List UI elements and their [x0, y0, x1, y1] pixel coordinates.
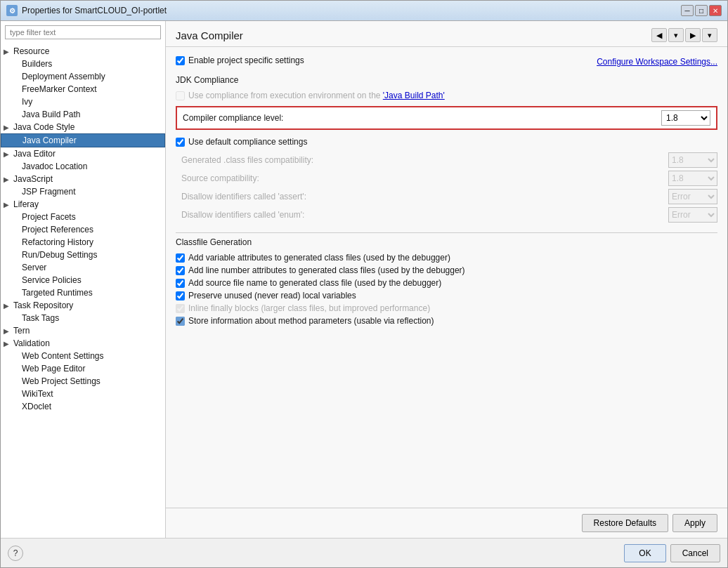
- sidebar-item-wikitext[interactable]: WikiText: [1, 388, 165, 400]
- sidebar-item-label-java-compiler: Java Compiler: [22, 136, 77, 145]
- sidebar-item-targeted-runtimes[interactable]: Targeted Runtimes: [1, 286, 165, 299]
- sidebar-item-label-web-project-settings: Web Project Settings: [22, 376, 100, 386]
- sidebar-item-web-content-settings[interactable]: Web Content Settings: [1, 350, 165, 362]
- sidebar-item-label-java-editor: Java Editor: [13, 149, 56, 159]
- ok-button[interactable]: OK: [624, 544, 665, 562]
- cb3-checkbox[interactable]: [176, 279, 185, 288]
- sidebar-item-label-ivy: Ivy: [22, 97, 32, 107]
- panel-header: Java Compiler ◀ ▾ ▶ ▾: [166, 21, 727, 47]
- cb6-checkbox[interactable]: [176, 317, 185, 326]
- cb4-row: Preserve unused (never read) local varia…: [176, 291, 717, 300]
- sidebar-item-builders[interactable]: Builders: [1, 58, 165, 70]
- sidebar-item-java-build-path[interactable]: Java Build Path: [1, 108, 165, 121]
- cb5-checkbox[interactable]: [176, 304, 185, 313]
- compliance-level-label: Compiler compliance level:: [183, 113, 661, 123]
- java-build-path-link[interactable]: 'Java Build Path': [383, 91, 445, 100]
- sidebar-item-tern[interactable]: ▶Tern: [1, 324, 165, 337]
- title-bar: ⚙ Properties for SmartCLOUD_OI-portlet ─…: [1, 1, 727, 21]
- sidebar-item-server[interactable]: Server: [1, 261, 165, 274]
- configure-workspace-link[interactable]: Configure Workspace Settings...: [597, 57, 717, 67]
- minimize-button[interactable]: ─: [681, 5, 694, 16]
- cancel-button[interactable]: Cancel: [670, 544, 720, 562]
- cb1-label: Add variable attributes to generated cla…: [188, 253, 450, 263]
- sidebar-item-xdoclet[interactable]: XDoclet: [1, 400, 165, 413]
- help-button[interactable]: ?: [8, 546, 23, 561]
- generated-class-select[interactable]: 1.8: [668, 152, 717, 168]
- tree-arrow-tern: ▶: [4, 327, 12, 335]
- sidebar-item-refactoring-history[interactable]: Refactoring History: [1, 236, 165, 249]
- source-compat-select[interactable]: 1.8: [668, 171, 717, 186]
- restore-defaults-button[interactable]: Restore Defaults: [582, 514, 668, 532]
- tree-arrow-task-repository: ▶: [4, 302, 12, 310]
- tree-arrow-validation: ▶: [4, 340, 12, 348]
- cb1-checkbox[interactable]: [176, 253, 185, 263]
- use-default-row: Use default compliance settings: [176, 137, 717, 147]
- sidebar-item-label-xdoclet: XDoclet: [22, 402, 51, 411]
- sidebar-item-label-project-facets: Project Facets: [22, 212, 76, 222]
- enable-settings-checkbox[interactable]: [176, 56, 185, 65]
- filter-input[interactable]: [5, 25, 161, 39]
- disallow-enum-select[interactable]: Error: [668, 207, 717, 223]
- dialog-icon: ⚙: [6, 5, 18, 16]
- use-default-checkbox[interactable]: [176, 138, 185, 147]
- sidebar-item-web-page-editor[interactable]: Web Page Editor: [1, 362, 165, 375]
- back-dropdown-button[interactable]: ▾: [668, 28, 684, 42]
- disallow-assert-select[interactable]: Error: [668, 189, 717, 204]
- tree-arrow-resource: ▶: [4, 48, 12, 55]
- sidebar-item-label-deployment-assembly: Deployment Assembly: [22, 72, 105, 81]
- sidebar-item-javascript[interactable]: ▶JavaScript: [1, 173, 165, 185]
- apply-button[interactable]: Apply: [672, 514, 717, 532]
- close-button[interactable]: ✕: [709, 5, 722, 16]
- sidebar-item-label-wikitext: WikiText: [22, 389, 53, 399]
- sidebar-item-service-policies[interactable]: Service Policies: [1, 274, 165, 286]
- sidebar-item-label-validation: Validation: [13, 338, 50, 348]
- back-button[interactable]: ◀: [651, 28, 667, 42]
- main-panel: Java Compiler ◀ ▾ ▶ ▾ Enable project spe…: [166, 21, 727, 538]
- sidebar-item-label-builders: Builders: [22, 59, 52, 69]
- sidebar-item-validation[interactable]: ▶Validation: [1, 337, 165, 350]
- sidebar-item-label-project-references: Project References: [22, 225, 93, 235]
- sidebar-item-task-repository[interactable]: ▶Task Repository: [1, 299, 165, 312]
- cb2-row: Add line number attributes to generated …: [176, 265, 717, 275]
- sidebar-item-run-debug-settings[interactable]: Run/Debug Settings: [1, 249, 165, 261]
- sidebar-item-label-java-code-style: Java Code Style: [13, 122, 74, 132]
- sidebar-item-web-project-settings[interactable]: Web Project Settings: [1, 375, 165, 388]
- settings-grid: Generated .class files compatibility: 1.…: [176, 152, 717, 223]
- sidebar-item-label-service-policies: Service Policies: [22, 275, 82, 285]
- sidebar-item-javadoc-location[interactable]: Javadoc Location: [1, 160, 165, 173]
- cb2-checkbox[interactable]: [176, 266, 185, 275]
- main-content: ▶Resource Builders Deployment Assembly F…: [1, 21, 727, 538]
- forward-button[interactable]: ▶: [685, 28, 701, 42]
- sidebar-item-ivy[interactable]: Ivy: [1, 95, 165, 108]
- sidebar-item-project-facets[interactable]: Project Facets: [1, 211, 165, 223]
- compliance-level-select[interactable]: 1.4 1.5 1.6 1.7 1.8: [661, 110, 710, 126]
- enable-settings-label: Enable project specific settings: [188, 55, 304, 65]
- tree-arrow-liferay: ▶: [4, 201, 12, 209]
- sidebar-item-java-code-style[interactable]: ▶Java Code Style: [1, 121, 165, 133]
- sidebar-item-resource[interactable]: ▶Resource: [1, 45, 165, 58]
- sidebar-item-java-editor[interactable]: ▶Java Editor: [1, 147, 165, 160]
- forward-dropdown-button[interactable]: ▾: [702, 28, 717, 42]
- use-compliance-label: Use compliance from execution environmen…: [188, 91, 445, 100]
- compliance-level-row: Compiler compliance level: 1.4 1.5 1.6 1…: [176, 106, 717, 130]
- cb4-checkbox[interactable]: [176, 291, 185, 300]
- sidebar-item-jsp-fragment[interactable]: JSP Fragment: [1, 185, 165, 198]
- divider: [176, 232, 717, 233]
- cb1-row: Add variable attributes to generated cla…: [176, 253, 717, 263]
- sidebar-item-liferay[interactable]: ▶Liferay: [1, 198, 165, 211]
- generated-class-label: Generated .class files compatibility:: [181, 152, 663, 168]
- sidebar-item-freemarker-context[interactable]: FreeMarker Context: [1, 83, 165, 95]
- jdk-compliance-section: JDK Compliance Use compliance from execu…: [176, 75, 717, 223]
- tree-arrow-javascript: ▶: [4, 176, 12, 183]
- maximize-button[interactable]: □: [695, 5, 708, 16]
- sidebar-item-deployment-assembly[interactable]: Deployment Assembly: [1, 70, 165, 83]
- sidebar-item-project-references[interactable]: Project References: [1, 223, 165, 236]
- cb6-label: Store information about method parameter…: [188, 316, 434, 326]
- sidebar-item-label-web-content-settings: Web Content Settings: [22, 351, 104, 361]
- sidebar-item-task-tags[interactable]: Task Tags: [1, 312, 165, 324]
- sidebar-item-java-compiler[interactable]: Java Compiler: [1, 133, 165, 147]
- sidebar-item-label-targeted-runtimes: Targeted Runtimes: [22, 288, 93, 298]
- sidebar-item-label-task-repository: Task Repository: [13, 300, 73, 310]
- use-compliance-checkbox[interactable]: [176, 91, 185, 100]
- tree-arrow-java-code-style: ▶: [4, 124, 12, 131]
